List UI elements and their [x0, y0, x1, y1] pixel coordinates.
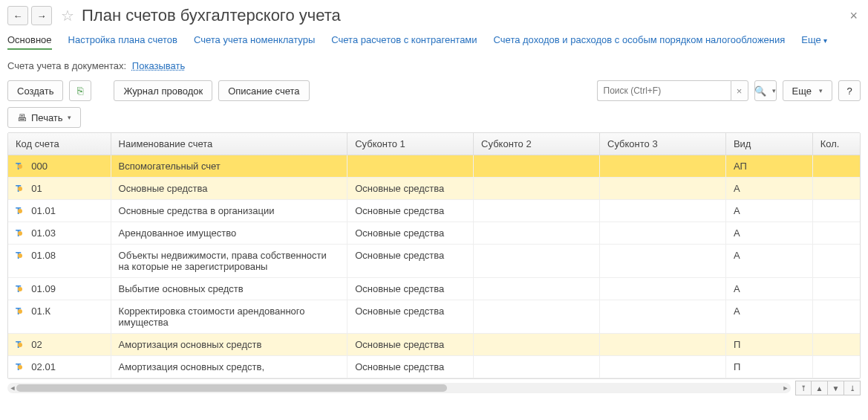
star-icon[interactable]: ☆	[61, 7, 74, 25]
cell-sub2	[474, 222, 600, 245]
filter-value-link[interactable]: Показывать	[132, 60, 185, 71]
cell-kol	[812, 300, 860, 334]
col-kol[interactable]: Кол.	[812, 133, 860, 155]
create-copy-button[interactable]: ⎘	[69, 80, 91, 101]
account-icon: T	[16, 362, 25, 372]
scroll-thumb[interactable]	[16, 384, 447, 392]
account-code: 000	[31, 161, 48, 172]
cell-vid: А	[725, 245, 812, 278]
search-input[interactable]	[597, 80, 731, 101]
scroll-top-button[interactable]: ⤒	[795, 381, 812, 395]
cell-sub1: Основные средства	[347, 200, 474, 222]
cell-sub3	[600, 278, 726, 300]
account-icon: T	[16, 184, 25, 194]
account-code: 01.03	[31, 227, 56, 239]
table-row[interactable]: T01.ККорректировка стоимости арендованно…	[8, 300, 860, 334]
cell-sub3	[600, 178, 726, 200]
horizontal-scrollbar[interactable]: ◄ ►	[7, 383, 791, 393]
account-icon: T	[16, 340, 25, 350]
scroll-right-icon: ►	[780, 383, 791, 393]
cell-vid: АП	[725, 155, 812, 178]
cell-vid: А	[725, 200, 812, 222]
table-row[interactable]: T02.01Амортизация основных средств,Основ…	[8, 356, 860, 378]
tab-bar: Основное Настройка плана счетов Счета уч…	[7, 34, 861, 50]
chevron-down-icon: ▾	[819, 87, 823, 94]
col-sub3[interactable]: Субконто 3	[600, 133, 726, 155]
account-name: Основные средства в организации	[111, 200, 347, 222]
tab-plan-settings[interactable]: Настройка плана счетов	[68, 34, 177, 45]
cell-vid: А	[725, 178, 812, 200]
cell-kol	[812, 178, 860, 200]
cell-sub3	[600, 222, 726, 245]
account-code: 02	[31, 339, 42, 350]
account-code: 01.08	[31, 250, 56, 261]
table-row[interactable]: T01Основные средстваОсновные средстваА	[8, 178, 860, 200]
close-button[interactable]: ×	[846, 8, 861, 24]
cell-vid: П	[725, 356, 812, 378]
more-button[interactable]: Еще▾	[783, 80, 832, 101]
table-row[interactable]: T01.09Выбытие основных средствОсновные с…	[8, 278, 860, 300]
cell-vid: А	[725, 278, 812, 300]
table-row[interactable]: T01.03Арендованное имуществоОсновные сре…	[8, 222, 860, 245]
advanced-search-button[interactable]: 🔍▾	[754, 80, 777, 101]
cell-sub1: Основные средства	[347, 222, 474, 245]
search-icon: 🔍	[754, 85, 766, 97]
col-vid[interactable]: Вид	[725, 133, 812, 155]
create-button[interactable]: Создать	[7, 80, 63, 101]
help-button[interactable]: ?	[838, 80, 861, 101]
cell-sub3	[600, 300, 726, 334]
cell-kol	[812, 334, 860, 356]
table-row[interactable]: T01.01Основные средства в организацииОсн…	[8, 200, 860, 222]
account-code: 01.К	[31, 306, 50, 317]
print-button[interactable]: 🖶 Печать ▾	[7, 107, 81, 128]
account-name: Выбытие основных средств	[111, 278, 347, 300]
tab-nomenclature[interactable]: Счета учета номенклатуры	[194, 34, 315, 45]
account-name: Корректировка стоимости арендованного им…	[111, 300, 347, 334]
cell-sub2	[474, 245, 600, 278]
col-sub2[interactable]: Субконто 2	[474, 133, 600, 155]
account-name: Объекты недвижимости, права собственност…	[111, 245, 347, 278]
cell-sub2	[474, 200, 600, 222]
tab-tax[interactable]: Счета доходов и расходов с особым порядк…	[494, 34, 786, 45]
cell-kol	[812, 155, 860, 178]
table-row[interactable]: T02Амортизация основных средствОсновные …	[8, 334, 860, 356]
journal-button[interactable]: Журнал проводок	[114, 80, 212, 101]
cell-sub2	[474, 178, 600, 200]
col-name[interactable]: Наименование счета	[111, 133, 347, 155]
cell-vid: П	[725, 334, 812, 356]
account-code: 02.01	[31, 361, 56, 372]
cell-kol	[812, 245, 860, 278]
filter-label: Счета учета в документах:	[7, 60, 126, 71]
scroll-up-button[interactable]: ▲	[812, 381, 828, 395]
account-icon: T	[16, 306, 25, 317]
back-button[interactable]: ←	[7, 6, 28, 25]
cell-sub3	[600, 356, 726, 378]
account-name: Амортизация основных средств,	[111, 356, 347, 378]
cell-sub1: Основные средства	[347, 334, 474, 356]
chevron-down-icon: ▾	[772, 87, 776, 94]
description-button[interactable]: Описание счета	[218, 80, 309, 101]
tab-main[interactable]: Основное	[7, 34, 52, 50]
cell-kol	[812, 200, 860, 222]
forward-button[interactable]: →	[31, 6, 52, 25]
col-code[interactable]: Код счета	[8, 133, 111, 155]
search-clear-button[interactable]: ×	[731, 80, 748, 101]
col-sub1[interactable]: Субконто 1	[347, 133, 474, 155]
scroll-down-button[interactable]: ▼	[828, 381, 844, 395]
cell-kol	[812, 222, 860, 245]
cell-sub3	[600, 245, 726, 278]
scroll-bottom-button[interactable]: ⤓	[844, 381, 861, 395]
account-name: Основные средства	[111, 178, 347, 200]
cell-sub1: Основные средства	[347, 178, 474, 200]
tab-more[interactable]: Еще	[801, 34, 826, 45]
cell-sub1: Основные средства	[347, 245, 474, 278]
cell-sub3	[600, 334, 726, 356]
table-row[interactable]: T000Вспомогательный счетАП	[8, 155, 860, 178]
table-row[interactable]: T01.08Объекты недвижимости, права собств…	[8, 245, 860, 278]
tab-contractors[interactable]: Счета расчетов с контрагентами	[331, 34, 477, 45]
account-code: 01	[31, 183, 42, 194]
print-icon: 🖶	[17, 112, 27, 123]
close-icon: ×	[737, 85, 743, 97]
cell-sub1: Основные средства	[347, 278, 474, 300]
cell-sub2	[474, 155, 600, 178]
